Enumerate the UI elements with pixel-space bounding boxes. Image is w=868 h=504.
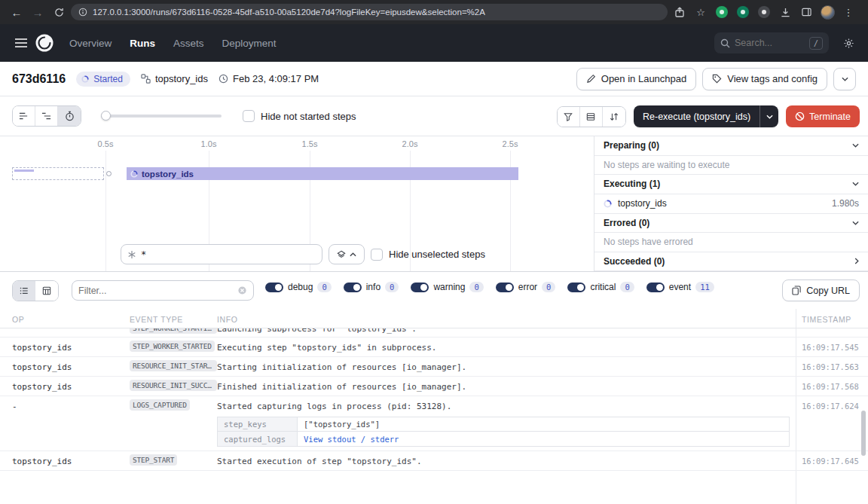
log-op: topstory_ids — [12, 343, 72, 353]
browser-reload-icon[interactable] — [50, 3, 68, 21]
log-row[interactable]: topstory_ids RESOURCE_INIT_STARTED Start… — [0, 357, 868, 377]
list-view-icon[interactable] — [13, 281, 35, 301]
view-tags-label: View tags and config — [727, 73, 818, 84]
toggle-switch[interactable] — [567, 283, 585, 292]
log-level-chip-debug[interactable]: debug 0 — [265, 282, 332, 292]
terminate-button[interactable]: Terminate — [786, 105, 860, 127]
browser-forward-icon[interactable]: → — [29, 3, 47, 21]
log-level-filters: debug 0 info 0 warning 0 error 0 critica… — [265, 282, 714, 292]
section-title: Errored (0) — [604, 218, 649, 228]
search-input[interactable] — [735, 38, 805, 48]
log-filter-input[interactable] — [78, 286, 233, 296]
downloads-icon[interactable] — [776, 3, 794, 21]
site-info-icon[interactable] — [78, 8, 87, 17]
reexecute-options-button[interactable] — [760, 105, 778, 127]
layers-icon — [337, 250, 346, 259]
extension-icon-2[interactable] — [734, 3, 752, 21]
chip-count: 0 — [317, 282, 331, 292]
chip-label: warning — [433, 282, 465, 292]
hide-unselected-label: Hide unselected steps — [389, 249, 485, 260]
nav-item-assets[interactable]: Assets — [173, 38, 204, 49]
gantt-minimap-viewport[interactable] — [12, 167, 104, 180]
steps-section-preparing[interactable]: Preparing (0) — [594, 136, 868, 156]
hamburger-menu-icon[interactable] — [11, 34, 32, 52]
log-row-logs-captured[interactable]: - LOGS_CAPTURED Started capturing logs i… — [0, 396, 868, 451]
rows-view-icon[interactable] — [580, 107, 603, 127]
chevron-down-icon — [852, 221, 859, 225]
hide-not-started-checkbox[interactable] — [243, 110, 255, 122]
filter-funnel-icon[interactable] — [558, 107, 580, 127]
log-filter-input-box[interactable] — [72, 280, 254, 301]
tag-icon — [712, 74, 722, 84]
gantt-zoom-slider[interactable] — [101, 115, 222, 118]
log-view-segmented-control — [12, 280, 59, 301]
view-stdout-stderr-link[interactable]: View stdout / stderr — [298, 432, 405, 446]
settings-gear-icon[interactable] — [839, 34, 857, 52]
steps-section-succeeded[interactable]: Succeeded (0) — [594, 252, 868, 272]
share-icon[interactable] — [671, 3, 689, 21]
clear-filter-icon[interactable] — [237, 286, 247, 295]
column-header-timestamp: TIMESTAMP — [802, 315, 851, 324]
log-row[interactable]: topstory_ids RESOURCE_INIT_SUCCESS Finis… — [0, 377, 868, 396]
step-selector-input[interactable] — [141, 249, 316, 260]
log-row[interactable]: topstory_ids STEP_START Started executio… — [0, 451, 868, 471]
copy-url-button[interactable]: Copy URL — [782, 279, 860, 301]
event-type-badge: LOGS_CAPTURED — [130, 399, 190, 411]
steps-section-errored[interactable]: Errored (0) — [594, 214, 868, 234]
minimap-step-mark — [14, 170, 34, 172]
toggle-switch[interactable] — [496, 283, 514, 292]
toggle-switch[interactable] — [411, 283, 429, 292]
log-level-chip-event[interactable]: event 11 — [646, 282, 714, 292]
graph-options-button[interactable] — [329, 244, 365, 264]
address-bar[interactable]: 127.0.0.1:3000/runs/673d6116-0528-45df-a… — [71, 4, 668, 20]
step-selector-input-box[interactable] — [121, 244, 322, 264]
log-level-chip-info[interactable]: info 0 — [344, 282, 399, 292]
log-level-chip-critical[interactable]: critical 0 — [567, 282, 634, 292]
sort-start-order-icon[interactable] — [13, 106, 35, 126]
timed-mode-stopwatch-icon[interactable] — [58, 106, 81, 126]
table-view-icon[interactable] — [35, 281, 58, 301]
browser-menu-icon[interactable]: ⋮ — [839, 3, 857, 21]
log-row[interactable]: topstory_ids STEP_WORKER_STARTED Executi… — [0, 338, 868, 357]
nav-item-overview[interactable]: Overview — [69, 38, 112, 49]
extension-icon-3[interactable] — [755, 3, 773, 21]
toggle-switch[interactable] — [646, 283, 665, 292]
log-info: Started capturing logs in process (pid: … — [217, 402, 451, 411]
run-more-actions-button[interactable] — [833, 68, 856, 90]
gantt-step-bar[interactable]: topstory_ids — [127, 167, 518, 180]
open-launchpad-button[interactable]: Open in Launchpad — [576, 68, 696, 90]
extension-icon-1[interactable] — [713, 3, 731, 21]
browser-back-icon[interactable]: ← — [8, 3, 26, 21]
global-search[interactable]: / — [714, 32, 829, 53]
log-level-chip-error[interactable]: error 0 — [496, 282, 556, 292]
dagster-logo[interactable] — [35, 33, 54, 53]
hide-not-started-checkbox-row[interactable]: Hide not started steps — [243, 110, 356, 122]
section-title: Preparing (0) — [604, 140, 659, 151]
scrollbar-thumb[interactable] — [861, 411, 866, 456]
pencil-icon — [586, 74, 596, 84]
profile-avatar[interactable] — [818, 3, 836, 21]
zoom-slider-knob[interactable] — [101, 111, 111, 121]
nav-item-deployment[interactable]: Deployment — [222, 38, 277, 49]
run-action-controls: Re-execute (topstory_ids) Terminate — [557, 105, 860, 127]
executing-step-row[interactable]: topstory_ids 1.980s — [594, 194, 868, 214]
chip-label: info — [366, 282, 381, 292]
hide-unselected-checkbox-row[interactable]: Hide unselected steps — [371, 249, 485, 261]
copy-icon — [792, 286, 801, 295]
steps-section-executing[interactable]: Executing (1) — [594, 175, 868, 194]
waterfall-order-icon[interactable] — [35, 106, 58, 126]
sort-arrows-icon[interactable] — [603, 107, 625, 127]
axis-tick: 2.0s — [402, 139, 418, 148]
nav-item-runs[interactable]: Runs — [130, 38, 155, 49]
log-level-chip-warning[interactable]: warning 0 — [411, 282, 483, 292]
toggle-switch[interactable] — [344, 283, 362, 292]
hide-unselected-checkbox[interactable] — [371, 249, 383, 261]
run-job[interactable]: topstory_ids — [141, 73, 208, 84]
side-panel-icon[interactable] — [797, 3, 815, 21]
minimap-resize-handle[interactable] — [106, 171, 112, 176]
view-tags-config-button[interactable]: View tags and config — [702, 68, 827, 90]
reexecute-button[interactable]: Re-execute (topstory_ids) — [634, 105, 760, 127]
bookmark-star-icon[interactable]: ☆ — [692, 3, 710, 21]
log-row-clipped[interactable]: STEP_WORKER_STARTING Launching subproces… — [0, 328, 868, 338]
toggle-switch[interactable] — [265, 283, 283, 292]
